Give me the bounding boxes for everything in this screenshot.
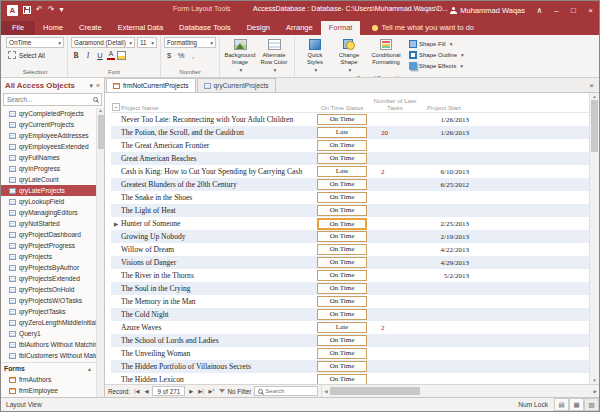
table-row[interactable]: Greatest Blunders of the 20th CenturyOn … [111, 178, 589, 191]
nav-item[interactable]: qryEmployeeAddresses [1, 130, 96, 141]
table-row[interactable]: Willow of DreamOn Time4/22/2013 [111, 243, 589, 256]
nav-item[interactable]: qryNotStarted [1, 218, 96, 229]
first-record-button[interactable]: |◀ [133, 388, 140, 394]
column-header-project-start[interactable]: Project Start [417, 105, 471, 112]
document-tab[interactable]: frmNotCurrentProjects [106, 78, 196, 92]
table-row[interactable]: Never Too Late: Reconnecting with Your A… [111, 113, 589, 126]
chevron-down-icon[interactable]: ▾ [90, 82, 94, 90]
ribbon-display-options-icon[interactable]: ∧ [531, 1, 548, 19]
nav-item[interactable]: Query1 [1, 328, 96, 339]
access-app-icon[interactable]: A [7, 5, 18, 16]
nav-item[interactable]: qryProjectsByAuthor [1, 262, 96, 273]
alternate-row-color-button[interactable]: Alternate Row Color ▾ [257, 37, 291, 74]
column-header-project-name[interactable]: Project Name [121, 105, 311, 112]
percent-format-button[interactable]: % [176, 50, 186, 61]
ribbon-tab-external-data[interactable]: External Data [110, 21, 171, 35]
nav-item[interactable]: qryCompletedProjects [1, 108, 96, 119]
table-row[interactable]: The Snake in the ShoesOn Time [111, 191, 589, 204]
table-row[interactable]: The School of Lords and LadiesOn Time [111, 334, 589, 347]
tell-me-box[interactable]: Tell me what you want to do [372, 23, 474, 35]
table-row[interactable]: The Unveiling WomanOn Time [111, 347, 589, 360]
record-selector[interactable] [111, 334, 121, 347]
nav-item[interactable]: qryEmployeesExtended [1, 141, 96, 152]
on-time-status-value[interactable]: On Time [317, 231, 367, 242]
on-time-status-value[interactable]: On Time [317, 270, 367, 281]
scroll-down-icon[interactable]: ▼ [592, 378, 596, 383]
on-time-status-value[interactable]: On Time [317, 361, 367, 372]
on-time-status-value[interactable]: On Time [317, 374, 367, 384]
nav-item[interactable]: qryInProgress [1, 163, 96, 174]
table-row[interactable]: The Soul in the CryingOn Time [111, 282, 589, 295]
nav-item[interactable]: qryLateProjects [1, 185, 96, 196]
on-time-status-value[interactable]: On Time [317, 192, 367, 203]
nav-item[interactable]: qryZeroLengthMiddleInitial [1, 317, 96, 328]
layout-view-button[interactable]: ▧ [584, 398, 599, 411]
on-time-status-value[interactable]: On Time [317, 335, 367, 346]
document-tab[interactable]: qryCurrentProjects [197, 78, 276, 92]
on-time-status-value[interactable]: On Time [317, 296, 367, 307]
shape-effects-button[interactable]: Shape Effects ▾ [409, 61, 464, 71]
close-document-icon[interactable]: × [584, 81, 599, 92]
record-selector[interactable] [111, 139, 121, 152]
record-selector[interactable] [111, 360, 121, 373]
ribbon-tab-format[interactable]: Format [321, 21, 361, 35]
font-color-icon[interactable]: A [107, 51, 115, 61]
shape-outline-button[interactable]: Shape Outline ▾ [409, 50, 464, 60]
ribbon-tab-file[interactable]: File [1, 21, 35, 35]
nav-pane-header[interactable]: All Access Objects ▾ « [1, 78, 104, 93]
record-selector[interactable] [111, 243, 121, 256]
ribbon-tab-home[interactable]: Home [35, 21, 71, 35]
on-time-status-value[interactable]: On Time [317, 244, 367, 255]
record-selector[interactable] [111, 178, 121, 191]
datasheet-view-button[interactable]: ▦ [569, 398, 584, 411]
maximize-button[interactable]: □ [565, 1, 582, 19]
ribbon-tab-arrange[interactable]: Arrange [278, 21, 321, 35]
background-image-button[interactable]: Background Image ▾ [223, 37, 257, 74]
table-row[interactable]: Growing Up NobodyOn Time2/19/2013 [111, 230, 589, 243]
scroll-right-icon[interactable]: ▶ [594, 389, 597, 394]
table-row[interactable]: The River in the ThornsOn Time5/2/2013 [111, 269, 589, 282]
table-row[interactable]: The Light of HeatOn Time [111, 204, 589, 217]
column-header-late-tasks[interactable]: Number of Late Tasks [373, 98, 417, 111]
comma-format-button[interactable]: , [188, 50, 198, 61]
last-record-button[interactable]: ▶| [197, 388, 204, 394]
currency-format-button[interactable]: $ [164, 50, 174, 61]
nav-item[interactable]: qryProjectsOnHold [1, 284, 96, 295]
record-selector[interactable] [111, 204, 121, 217]
scroll-up-icon[interactable]: ▲ [592, 94, 596, 99]
nav-item[interactable]: tblAuthors Without Matchin... [1, 339, 96, 350]
record-selector[interactable] [111, 373, 121, 384]
on-time-status-value[interactable]: Late [317, 322, 367, 333]
record-selector[interactable] [111, 308, 121, 321]
filter-status[interactable]: No Filter [228, 388, 252, 395]
scroll-left-icon[interactable]: ◀ [324, 389, 327, 394]
record-selector[interactable] [111, 282, 121, 295]
bold-button[interactable]: B [71, 50, 81, 61]
table-row[interactable]: Cash is King: How to Cut Your Spending b… [111, 165, 589, 178]
table-row[interactable]: Azure WavesLate2 [111, 321, 589, 334]
collapse-pane-icon[interactable]: « [96, 82, 100, 90]
on-time-status-value[interactable]: On Time [317, 283, 367, 294]
font-size-combo[interactable]: 11 ▾ [137, 37, 157, 48]
on-time-status-value[interactable]: On Time [317, 309, 367, 320]
ribbon-tab-database-tools[interactable]: Database Tools [171, 21, 239, 35]
horizontal-scrollbar-thumb[interactable] [330, 387, 420, 395]
record-selector[interactable] [111, 113, 121, 126]
table-row[interactable]: ▶Hunter of SomeoneOn Time2/25/2013 [111, 217, 589, 230]
number-format-combo[interactable]: Formatting ▾ [164, 37, 216, 48]
on-time-status-value[interactable]: On Time [317, 218, 367, 230]
filter-icon[interactable] [219, 389, 225, 393]
record-selector[interactable] [111, 347, 121, 360]
record-selector[interactable] [111, 165, 121, 178]
table-row[interactable]: Visions of DangerOn Time4/29/2013 [111, 256, 589, 269]
nav-search-box[interactable] [3, 93, 102, 106]
scroll-up-icon[interactable]: ▲ [98, 108, 102, 113]
record-selector[interactable] [111, 152, 121, 165]
minimize-button[interactable]: – [548, 1, 565, 19]
nav-item[interactable]: qryFullNames [1, 152, 96, 163]
on-time-status-value[interactable]: On Time [317, 179, 367, 190]
nav-item[interactable]: tblCustomers Without Match... [1, 350, 96, 361]
nav-item[interactable]: qryManagingEditors [1, 207, 96, 218]
nav-search-input[interactable] [7, 96, 91, 103]
table-row[interactable]: The Potion, the Scroll, and the Cauldron… [111, 126, 589, 139]
